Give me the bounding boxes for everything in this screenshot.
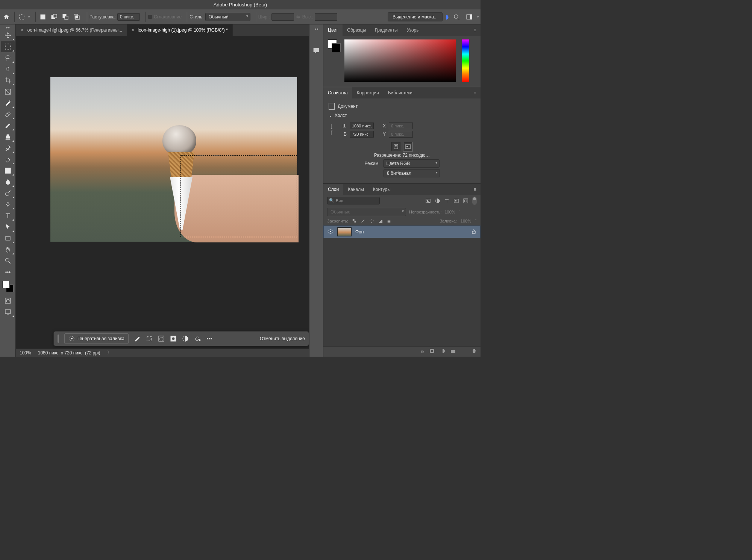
contextual-task-bar[interactable]: Генеративная заливка Отменить выделение <box>53 331 309 346</box>
toolbar-expand-icon[interactable]: ▸▸ <box>0 24 15 30</box>
lock-brush-icon[interactable] <box>361 218 365 223</box>
close-tab-icon[interactable]: × <box>132 27 135 33</box>
brush-tool[interactable] <box>1 120 15 131</box>
blur-tool[interactable] <box>1 176 15 188</box>
modify-selection-icon[interactable] <box>146 335 153 342</box>
tab-gradients[interactable]: Градиенты <box>370 24 402 36</box>
tab-swatches[interactable]: Образцы <box>343 24 370 36</box>
layer-name[interactable]: Фон <box>355 229 364 235</box>
lasso-tool[interactable] <box>1 52 15 64</box>
screen-mode-icon[interactable] <box>1 306 15 318</box>
lock-position-icon[interactable] <box>369 218 374 223</box>
eraser-tool[interactable] <box>1 154 15 165</box>
move-tool[interactable] <box>1 30 15 41</box>
hand-tool[interactable] <box>1 244 15 255</box>
gradient-tool[interactable] <box>1 165 15 176</box>
healing-tool[interactable] <box>1 109 15 120</box>
chevron-down-icon[interactable]: ▾ <box>28 15 30 19</box>
panel-menu-icon[interactable]: ≡ <box>469 87 481 98</box>
edit-toolbar-icon[interactable] <box>1 266 15 278</box>
visibility-toggle-icon[interactable] <box>327 229 334 236</box>
shape-tool[interactable] <box>1 233 15 244</box>
link-wh-icon[interactable] <box>329 123 334 136</box>
tab-libraries[interactable]: Библиотеки <box>384 87 417 98</box>
color-picker[interactable] <box>323 36 481 87</box>
zoom-level[interactable]: 100% <box>20 350 31 356</box>
more-icon[interactable] <box>206 335 213 342</box>
tab-properties[interactable]: Свойства <box>323 87 352 98</box>
dodge-tool[interactable] <box>1 188 15 199</box>
document-tab[interactable]: × loon-image-high (1).jpeg @ 100% (RGB/8… <box>127 24 233 36</box>
foreground-color[interactable] <box>2 281 10 288</box>
adjustment-layer-icon[interactable] <box>440 348 445 355</box>
lock-pixels-icon[interactable] <box>352 218 357 223</box>
quick-mask-icon[interactable] <box>1 295 15 306</box>
paragraph-panel-icon[interactable] <box>312 35 320 43</box>
style-select[interactable]: Обычный <box>205 13 250 21</box>
canvas[interactable]: Генеративная заливка Отменить выделение <box>16 36 309 357</box>
tab-adjustments[interactable]: Коррекция <box>352 87 384 98</box>
quick-select-tool[interactable] <box>1 64 15 75</box>
eyedropper-tool[interactable] <box>1 97 15 109</box>
brush-selection-icon[interactable] <box>134 335 141 342</box>
type-tool[interactable] <box>1 210 15 221</box>
delete-layer-icon[interactable] <box>472 348 477 355</box>
tab-paths[interactable]: Контуры <box>368 184 395 195</box>
portrait-orientation-button[interactable] <box>391 142 400 151</box>
new-layer-icon[interactable] <box>461 348 466 355</box>
close-tab-icon[interactable]: × <box>20 27 23 33</box>
mask-icon[interactable] <box>429 348 435 355</box>
tab-channels[interactable]: Каналы <box>343 184 368 195</box>
crop-tool[interactable] <box>1 75 15 86</box>
color-swatches[interactable] <box>2 281 14 292</box>
tab-color[interactable]: Цвет <box>323 24 343 36</box>
deselect-button[interactable]: Отменить выделение <box>260 336 305 341</box>
drag-handle-icon[interactable] <box>58 334 59 343</box>
adjustment-icon[interactable] <box>182 335 189 342</box>
layer-filter-kind[interactable]: 🔍 <box>327 197 380 204</box>
layer-row[interactable]: Фон <box>323 226 481 238</box>
document-tab[interactable]: × loon-image-high.jpeg @ 66,7% (Генерати… <box>16 24 127 36</box>
chevron-down-icon[interactable]: ▾ <box>477 15 479 19</box>
layer-thumbnail[interactable] <box>337 227 352 236</box>
intersect-selection-icon[interactable] <box>72 12 82 22</box>
lock-nest-icon[interactable] <box>378 218 383 223</box>
panel-menu-icon[interactable]: ≡ <box>469 184 481 195</box>
marquee-tool[interactable] <box>1 41 15 52</box>
collapse-dock-icon[interactable]: ◂◂ <box>314 27 318 31</box>
select-and-mask-button[interactable]: Выделение и маска... <box>388 12 443 21</box>
zoom-tool[interactable] <box>1 255 15 266</box>
marquee-preset-icon[interactable] <box>17 12 27 22</box>
subtract-selection-icon[interactable] <box>61 12 70 22</box>
tab-layers[interactable]: Слои <box>323 184 343 195</box>
filter-type-icon[interactable] <box>444 198 450 204</box>
comments-panel-icon[interactable] <box>312 47 320 55</box>
color-mode-select[interactable]: Цвета RGB <box>383 159 440 168</box>
history-brush-tool[interactable] <box>1 142 15 154</box>
filter-smart-icon[interactable] <box>463 198 468 204</box>
landscape-orientation-button[interactable] <box>403 142 412 151</box>
workspace-switcher-icon[interactable] <box>464 12 474 22</box>
stamp-tool[interactable] <box>1 131 15 142</box>
search-icon[interactable] <box>452 12 461 22</box>
frame-tool[interactable] <box>1 86 15 97</box>
filter-shape-icon[interactable] <box>453 198 459 204</box>
canvas-height-input[interactable] <box>350 131 374 138</box>
path-select-tool[interactable] <box>1 221 15 233</box>
saturation-field[interactable] <box>344 39 456 82</box>
lock-icon[interactable] <box>471 229 476 235</box>
marquee-selection[interactable] <box>180 155 297 237</box>
new-selection-icon[interactable] <box>38 12 48 22</box>
document-dimensions[interactable]: 1080 пикс. x 720 пикс. (72 ppi) <box>38 350 100 356</box>
canvas-section-toggle[interactable]: ⌄Холст <box>329 113 475 118</box>
mask-icon[interactable] <box>170 335 177 342</box>
home-button[interactable] <box>2 12 11 22</box>
pen-tool[interactable] <box>1 199 15 210</box>
fill-icon[interactable] <box>194 335 201 342</box>
filter-adjust-icon[interactable] <box>435 198 440 204</box>
color-swatch-mini[interactable] <box>328 39 341 52</box>
panel-menu-icon[interactable]: ≡ <box>469 24 481 36</box>
lock-all-icon[interactable] <box>387 218 391 223</box>
filter-pixel-icon[interactable] <box>425 198 431 204</box>
hue-slider[interactable] <box>462 39 469 82</box>
